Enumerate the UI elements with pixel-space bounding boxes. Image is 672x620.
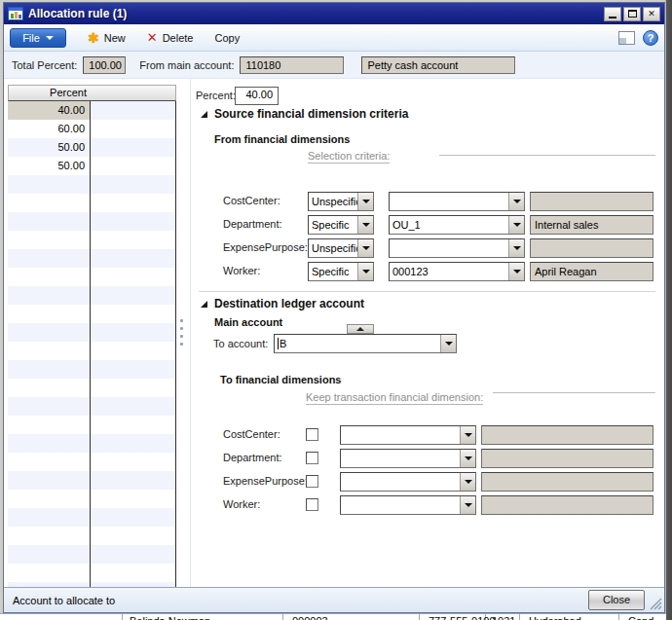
- dimension-checkbox[interactable]: [306, 475, 318, 488]
- section-expand-icon[interactable]: [201, 301, 207, 308]
- dropdown-button[interactable]: [460, 473, 475, 491]
- delete-button-label: Delete: [163, 32, 194, 44]
- chevron-down-icon: [445, 342, 453, 346]
- file-menu-button[interactable]: File: [10, 28, 66, 48]
- delete-x-icon: ✕: [147, 32, 158, 44]
- dimension-value-combo[interactable]: [340, 449, 476, 468]
- new-star-icon: ✱: [88, 32, 99, 44]
- background-cell: Cond: [628, 615, 653, 620]
- dimension-name-field: [530, 238, 653, 258]
- dimension-value-combo[interactable]: [340, 425, 476, 445]
- total-percent-label: Total Percent:: [12, 59, 77, 71]
- new-button[interactable]: ✱ New: [88, 32, 126, 44]
- grid-row[interactable]: 60.00: [8, 120, 90, 138]
- scroll-up-button[interactable]: [347, 324, 374, 334]
- to-account-value: B: [280, 338, 286, 349]
- dropdown-button[interactable]: [460, 496, 475, 514]
- layout-panes-icon[interactable]: [618, 31, 635, 45]
- splitter-handle[interactable]: [180, 335, 183, 338]
- dimension-label: Worker:: [223, 265, 260, 276]
- chevron-down-icon: [465, 456, 472, 460]
- grid-row-selected[interactable]: 40.00: [8, 101, 90, 120]
- from-main-account-field: 110180: [240, 56, 344, 74]
- dropdown-button[interactable]: [460, 450, 475, 467]
- dimension-name-field: [481, 449, 653, 468]
- dropdown-button[interactable]: [508, 263, 524, 280]
- dropdown-button[interactable]: [508, 239, 524, 257]
- from-dimensions-heading: From financial dimensions: [214, 133, 350, 145]
- dimension-name-field: [481, 425, 653, 445]
- chevron-down-icon: [513, 270, 521, 274]
- criteria-mode-select[interactable]: Unspecific: [308, 238, 374, 258]
- file-menu-label: File: [22, 32, 40, 44]
- new-button-label: New: [104, 32, 126, 44]
- dropdown-button[interactable]: [440, 335, 456, 352]
- grid-row[interactable]: 50.00: [8, 157, 90, 175]
- percent-input[interactable]: 40.00: [235, 87, 279, 105]
- close-window-button[interactable]: ✕: [643, 7, 660, 21]
- dimension-value-combo[interactable]: [389, 192, 525, 211]
- grid-row[interactable]: 50.00: [8, 138, 90, 157]
- chevron-down-icon: [362, 246, 370, 250]
- dropdown-button[interactable]: [357, 263, 373, 280]
- criteria-mode-select[interactable]: Unspecific: [308, 192, 374, 211]
- criteria-mode-value: Unspecific: [309, 239, 357, 257]
- dropdown-button[interactable]: [508, 216, 524, 234]
- chevron-down-icon: [362, 223, 370, 227]
- background-cell: 777-555-0109: [429, 615, 496, 620]
- resize-grip-icon[interactable]: [650, 598, 662, 610]
- dimension-value-combo[interactable]: [389, 238, 525, 258]
- background-cell: Belinda Newman: [130, 615, 210, 620]
- dropdown-button[interactable]: [357, 193, 373, 210]
- background-grid-line: [419, 614, 420, 620]
- splitter-handle[interactable]: [180, 319, 183, 322]
- dropdown-button[interactable]: [460, 426, 475, 444]
- toolbar: File ✱ New ✕ Delete Copy ?: [4, 24, 664, 52]
- dropdown-button[interactable]: [508, 193, 524, 210]
- toolbar-right-icons: ?: [618, 30, 658, 46]
- criteria-mode-value: Specific: [309, 263, 357, 280]
- dropdown-button[interactable]: [357, 216, 373, 234]
- dimension-value-combo[interactable]: [340, 495, 476, 515]
- statusbar: Account to allocate to Close: [4, 587, 664, 612]
- dimension-checkbox[interactable]: [306, 498, 318, 511]
- dimension-value: [341, 426, 460, 444]
- dimension-value: [341, 450, 460, 467]
- chevron-down-icon: [46, 36, 54, 40]
- help-icon[interactable]: ?: [643, 30, 658, 46]
- destination-section-title[interactable]: Destination ledger account: [214, 297, 364, 310]
- titlebar[interactable]: Allocation rule (1) ✕: [4, 3, 664, 24]
- keep-transaction-line: [493, 392, 655, 393]
- dimension-checkbox[interactable]: [306, 452, 318, 464]
- keep-transaction-label: Keep transaction financial dimension:: [306, 391, 483, 405]
- selection-criteria-line: [439, 155, 655, 156]
- splitter-handle[interactable]: [180, 343, 183, 346]
- criteria-mode-select[interactable]: Specific: [308, 215, 374, 235]
- criteria-mode-value: Unspecific: [309, 193, 357, 210]
- dimension-checkbox[interactable]: [306, 428, 318, 441]
- criteria-mode-select[interactable]: Specific: [308, 262, 374, 281]
- source-section-title[interactable]: Source financial dimension criteria: [214, 107, 408, 121]
- copy-button[interactable]: Copy: [214, 32, 240, 44]
- dimension-label: CostCenter:: [223, 428, 280, 440]
- section-separator: [199, 291, 655, 292]
- percent-grid-header[interactable]: Percent: [8, 85, 176, 101]
- background-grid-row: Belinda Newman 000003 777-555-0109 1031 …: [0, 613, 666, 620]
- minimize-button[interactable]: [604, 7, 621, 21]
- section-expand-icon[interactable]: [201, 111, 207, 118]
- dimension-value-combo[interactable]: 000123: [389, 262, 525, 281]
- dimension-value-combo[interactable]: OU_1: [389, 215, 525, 235]
- dimension-value: [390, 193, 508, 210]
- dropdown-button[interactable]: [357, 239, 373, 257]
- splitter-handle[interactable]: [180, 327, 183, 330]
- delete-button[interactable]: ✕ Delete: [147, 32, 194, 44]
- close-icon: ✕: [648, 9, 655, 18]
- to-account-combo[interactable]: B: [274, 334, 457, 353]
- dimension-value-combo[interactable]: [340, 472, 476, 492]
- background-cell: 000003: [292, 615, 328, 620]
- percent-column-header[interactable]: Percent: [9, 86, 91, 100]
- close-button[interactable]: Close: [588, 590, 645, 610]
- chevron-down-icon: [513, 200, 521, 203]
- dimension-name-field: April Reagan: [530, 262, 653, 281]
- maximize-button[interactable]: [623, 7, 641, 21]
